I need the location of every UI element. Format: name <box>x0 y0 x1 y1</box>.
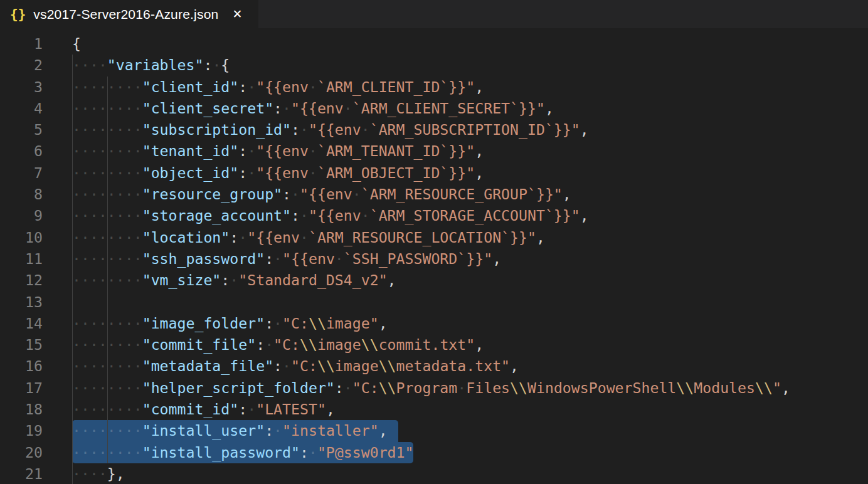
code-token: : <box>230 229 238 246</box>
line-number[interactable]: 8 <box>0 184 43 205</box>
code-token: : <box>300 444 309 461</box>
code-token: : <box>273 357 282 374</box>
code-line[interactable]: 17········"helper_script_folder":·"C:\\P… <box>0 377 868 399</box>
code-token: , <box>536 229 545 246</box>
code-line[interactable]: 6········"tenant_id":·"{{env·`ARM_TENANT… <box>0 140 868 162</box>
code-token: "vm_size" <box>142 271 221 288</box>
code-token: \\ <box>676 379 694 396</box>
line-number[interactable]: 1 <box>0 33 43 55</box>
line-number[interactable]: 10 <box>0 227 43 248</box>
code-line[interactable]: 20········"install_password":·"P@ssw0rd1… <box>0 442 868 463</box>
code-line[interactable]: 13 <box>0 292 868 313</box>
code-token: : <box>291 207 300 224</box>
code-line-content: ········"client_secret":·"{{env·`ARM_CLI… <box>72 98 554 119</box>
code-line-content: ········"helper_script_folder":·"C:\\Pro… <box>72 377 790 399</box>
line-number[interactable]: 17 <box>0 377 43 399</box>
code-line[interactable]: 8········"resource_group":·"{{env·`ARM_R… <box>0 184 868 205</box>
line-number[interactable]: 2 <box>0 55 43 76</box>
code-token: , <box>580 207 589 224</box>
code-line[interactable]: 19········"install_user":·"installer", <box>0 420 868 441</box>
line-number[interactable]: 18 <box>0 399 43 420</box>
code-line[interactable]: 12········"vm_size":·"Standard_DS4_v2", <box>0 270 868 291</box>
code-token: : <box>291 121 300 138</box>
tab-vs2017-server2016-azure-json[interactable]: {} vs2017-Server2016-Azure.json ✕ <box>0 0 258 28</box>
code-token: "object_id" <box>142 164 239 181</box>
line-number[interactable]: 19 <box>0 420 43 441</box>
code-line-content: ········"subscription_id":·"{{env·`ARM_S… <box>72 119 589 140</box>
code-token: "{{env <box>256 78 309 95</box>
whitespace-dots: · <box>352 186 361 203</box>
tab-close-icon[interactable]: ✕ <box>232 7 242 21</box>
selection-highlight: ········"install_password":·"P@ssw0rd1" <box>72 442 413 463</box>
code-line[interactable]: 18········"commit_id":·"LATEST", <box>0 399 868 420</box>
line-number[interactable]: 3 <box>0 76 43 98</box>
line-number[interactable]: 9 <box>0 205 43 226</box>
code-line[interactable]: 2····"variables":·{ <box>0 55 868 76</box>
code-token: : <box>238 164 247 181</box>
line-number[interactable]: 15 <box>0 334 43 355</box>
line-number[interactable]: 16 <box>0 355 43 377</box>
code-token: "{{env <box>256 164 309 181</box>
code-token: "{{env <box>291 100 344 117</box>
code-line[interactable]: 7········"object_id":·"{{env·`ARM_OBJECT… <box>0 162 868 184</box>
code-token: image" <box>326 315 379 332</box>
code-line-content: ········"resource_group":·"{{env·`ARM_RE… <box>72 184 571 205</box>
editor[interactable]: 1{2····"variables":·{3········"client_id… <box>0 28 868 484</box>
whitespace-dots: ···· <box>72 465 107 482</box>
line-number[interactable]: 12 <box>0 270 43 291</box>
code-line[interactable]: 1{ <box>0 33 868 55</box>
code-token: "image_folder" <box>142 315 265 332</box>
code-token: : <box>273 100 282 117</box>
code-token: "{{env <box>247 229 300 246</box>
whitespace-dots: · <box>273 250 282 267</box>
code-line[interactable]: 10········"location":·"{{env·`ARM_RESOUR… <box>0 227 868 248</box>
code-token: : <box>238 401 247 418</box>
code-token: "{{env <box>309 207 361 224</box>
code-line[interactable]: 11········"ssh_password":·"{{env·`SSH_PA… <box>0 248 868 270</box>
code-token: "Standard_DS4_v2" <box>238 271 387 288</box>
code-token: , <box>388 271 396 288</box>
line-number[interactable]: 20 <box>0 442 43 463</box>
code-line[interactable]: 9········"storage_account":·"{{env·`ARM_… <box>0 205 868 226</box>
whitespace-dots: · <box>300 229 309 246</box>
code-line[interactable]: 3········"client_id":·"{{env·`ARM_CLIENT… <box>0 76 868 98</box>
whitespace-dots: · <box>361 121 370 138</box>
whitespace-dots: · <box>247 164 256 181</box>
code-token: }, <box>107 465 125 482</box>
line-number[interactable]: 6 <box>0 140 43 162</box>
code-token: "C: <box>352 379 379 396</box>
code-token: \\ <box>317 357 335 374</box>
code-line-content: ····"variables":·{ <box>72 55 230 76</box>
code-line[interactable]: 15········"commit_file":·"C:\\image\\com… <box>0 334 868 355</box>
line-number[interactable]: 13 <box>0 292 43 313</box>
code-token: image <box>335 357 379 374</box>
line-number[interactable]: 11 <box>0 248 43 270</box>
code-line-content: ········"install_password":·"P@ssw0rd1" <box>72 442 413 463</box>
code-token: , <box>545 100 554 117</box>
whitespace-dots: · <box>300 121 309 138</box>
code-line-content: ········"object_id":·"{{env·`ARM_OBJECT_… <box>72 162 484 184</box>
code-token: \\ <box>755 379 773 396</box>
code-token: "commit_file" <box>142 336 256 353</box>
whitespace-dots: · <box>457 379 466 396</box>
code-token: "{{env <box>309 121 361 138</box>
code-line[interactable]: 14········"image_folder":·"C:\\image", <box>0 313 868 334</box>
line-number[interactable]: 7 <box>0 162 43 184</box>
code-token: `ARM_SUBSCRIPTION_ID`}}" <box>370 121 580 138</box>
code-token: : <box>238 142 247 159</box>
line-number[interactable]: 14 <box>0 313 43 334</box>
whitespace-dots: ···· <box>72 56 107 73</box>
line-number[interactable]: 4 <box>0 98 43 119</box>
code-line[interactable]: 16········"metadata_file":·"C:\\image\\m… <box>0 355 868 377</box>
whitespace-dots: · <box>265 336 273 353</box>
code-line[interactable]: 4········"client_secret":·"{{env·`ARM_CL… <box>0 98 868 119</box>
line-number[interactable]: 5 <box>0 119 43 140</box>
line-number[interactable]: 21 <box>0 463 43 484</box>
code-line-content: ········"storage_account":·"{{env·`ARM_S… <box>72 205 589 226</box>
code-line-content: ········"vm_size":·"Standard_DS4_v2", <box>72 270 396 291</box>
code-token: , <box>475 142 484 159</box>
code-line[interactable]: 5········"subscription_id":·"{{env·`ARM_… <box>0 119 868 140</box>
code-token: \\ <box>379 357 396 374</box>
code-line[interactable]: 21····}, <box>0 463 868 484</box>
whitespace-dots: · <box>247 401 256 418</box>
